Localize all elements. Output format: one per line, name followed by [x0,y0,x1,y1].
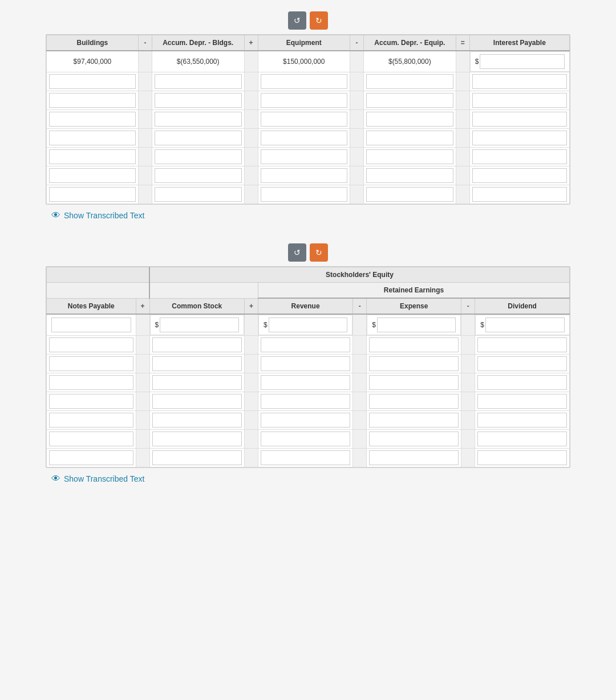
accum-bldgs-input-7[interactable] [155,187,242,202]
op-cell-17 [138,129,152,148]
accum-bldgs-input-5[interactable] [155,149,242,164]
dividend-input-6[interactable] [477,432,567,446]
reset-button-2[interactable]: ↺ [288,243,306,262]
sub-header-row: Retained Earnings [47,283,570,299]
accum-bldgs-input-6[interactable] [155,168,242,183]
dividend-input-2[interactable] [477,356,567,371]
equipment-input-4[interactable] [261,131,348,145]
op-cell-t2-15 [353,373,367,392]
revenue-input-3[interactable] [261,375,350,390]
show-transcribed-link-1[interactable]: 👁 Show Transcribed Text [51,210,144,221]
accum-equip-input-5[interactable] [366,149,453,164]
revenue-input-5[interactable] [261,413,350,428]
common-stock-input-7[interactable] [152,450,242,465]
op-cell-t2-19 [353,392,367,411]
equipment-input-7[interactable] [261,187,348,202]
equipment-input-1[interactable] [261,74,348,89]
dividend-input-first[interactable] [485,318,565,332]
common-stock-input-6[interactable] [152,432,242,446]
common-stock-input-1[interactable] [152,337,242,352]
op-cell-4 [456,51,469,72]
dividend-input-1[interactable] [477,337,567,352]
accum-equip-input-2[interactable] [366,93,453,108]
revenue-input-1[interactable] [261,337,350,352]
accum-equip-value: $(55,800,000) [364,51,456,72]
revenue-input-4[interactable] [261,394,350,409]
notes-payable-input-first[interactable] [51,318,131,332]
equipment-input-6[interactable] [261,168,348,183]
common-stock-input-4[interactable] [152,394,242,409]
dividend-input-5[interactable] [477,413,567,428]
accum-bldgs-input-2[interactable] [155,93,242,108]
interest-input-7[interactable] [472,187,567,202]
accum-equip-input-7[interactable] [366,187,453,202]
col-expense-header: Expense [367,298,461,314]
common-stock-input-first[interactable] [160,318,239,332]
accum-equip-input-3[interactable] [366,112,453,127]
notes-payable-input-5[interactable] [49,413,133,428]
dollar-sign-5: $ [480,321,485,329]
expense-input-6[interactable] [369,432,459,446]
equipment-input-5[interactable] [261,149,348,164]
op-minus-2: - [350,35,364,51]
value-row-2: $ $ $ $ [47,314,570,336]
buildings-input-3[interactable] [49,112,136,127]
expense-input-first[interactable] [377,318,456,332]
buildings-input-1[interactable] [49,74,136,89]
revenue-input-first[interactable] [269,318,347,332]
notes-payable-input-1[interactable] [49,337,133,352]
interest-input-4[interactable] [472,131,567,145]
op-cell-14 [244,110,258,129]
op-cell-3 [350,51,364,72]
notes-payable-input-6[interactable] [49,432,133,446]
accum-bldgs-input-3[interactable] [155,112,242,127]
interest-input-3[interactable] [472,112,567,127]
buildings-input-2[interactable] [49,93,136,108]
revenue-input-6[interactable] [261,432,350,446]
op-cell-t2-4 [461,314,475,336]
revenue-input-2[interactable] [261,356,350,371]
common-stock-input-2[interactable] [152,356,242,371]
equipment-input-3[interactable] [261,112,348,127]
notes-payable-input-4[interactable] [49,394,133,409]
show-transcribed-link-2[interactable]: 👁 Show Transcribed Text [51,474,144,484]
expense-input-5[interactable] [369,413,459,428]
interest-input-first[interactable] [480,54,564,69]
notes-payable-input-3[interactable] [49,375,133,390]
common-stock-input-3[interactable] [152,375,242,390]
expense-input-2[interactable] [369,356,459,371]
accum-equip-input-4[interactable] [366,131,453,145]
buildings-input-4[interactable] [49,131,136,145]
refresh-button-1[interactable]: ↻ [310,11,328,30]
notes-payable-input-7[interactable] [49,450,133,465]
dividend-input-4[interactable] [477,394,567,409]
expense-input-4[interactable] [369,394,459,409]
buildings-input-6[interactable] [49,168,136,183]
input-row-1-1 [47,72,570,91]
op-plus-2: + [136,298,149,314]
refresh-button-2[interactable]: ↻ [310,243,328,262]
revenue-input-7[interactable] [261,450,350,465]
accum-bldgs-input-1[interactable] [155,74,242,89]
common-stock-input-5[interactable] [152,413,242,428]
accum-bldgs-input-4[interactable] [155,131,242,145]
buildings-input-7[interactable] [49,187,136,202]
equipment-input-2[interactable] [261,93,348,108]
op-plus-3: + [245,298,258,314]
col-revenue-header: Revenue [258,298,353,314]
notes-payable-input-2[interactable] [49,356,133,371]
expense-input-3[interactable] [369,375,459,390]
interest-input-6[interactable] [472,168,567,183]
accum-equip-input-6[interactable] [366,168,453,183]
interest-input-1[interactable] [472,74,567,89]
interest-input-2[interactable] [472,93,567,108]
dividend-input-7[interactable] [477,450,567,465]
interest-input-5[interactable] [472,149,567,164]
expense-input-1[interactable] [369,337,459,352]
accum-equip-input-1[interactable] [366,74,453,89]
reset-button-1[interactable]: ↺ [288,11,306,30]
op-cell-t2-22 [245,411,258,430]
expense-input-7[interactable] [369,450,459,465]
buildings-input-5[interactable] [49,149,136,164]
dividend-input-3[interactable] [477,375,567,390]
